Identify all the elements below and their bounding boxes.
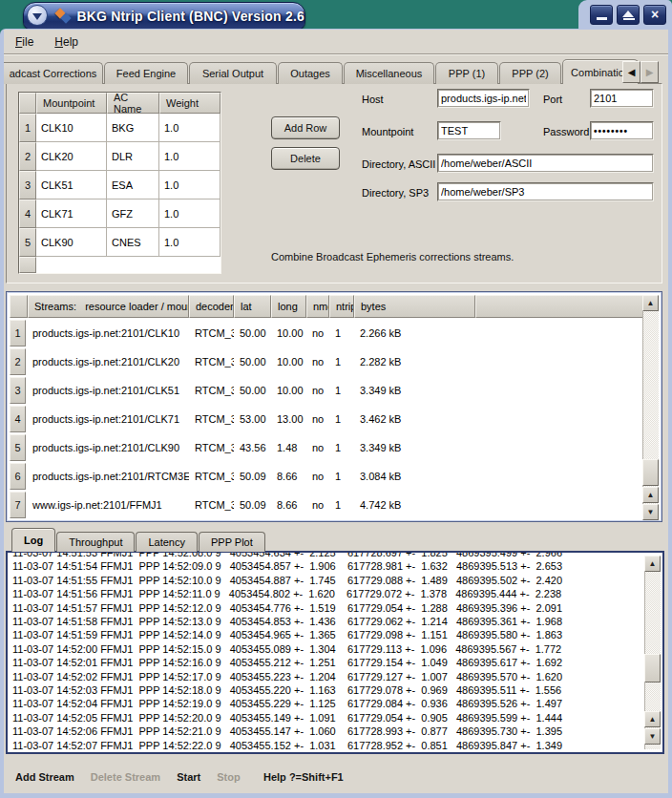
stream-row[interactable]: 3products.igs-ip.net:2101/CLK51RTCM_3.05… <box>10 376 475 405</box>
tab-ppp-1[interactable]: PPP (1) <box>435 62 498 84</box>
log-tab-throughput[interactable]: Throughput <box>56 532 135 552</box>
stream-cell: RTCM_3.0 <box>189 327 234 339</box>
row-number: 5 <box>10 434 26 461</box>
stream-row[interactable]: 1products.igs-ip.net:2101/CLK10RTCM_3.05… <box>10 319 475 347</box>
tab-serial-output[interactable]: Serial Output <box>189 62 277 84</box>
row-number: 1 <box>10 320 26 346</box>
maximize-icon <box>622 10 634 17</box>
scroll-down-icon[interactable]: ▼ <box>644 728 661 745</box>
log-line: 11-03-07 14:52:01 FFMJ1 PPP 14:52:16.0 9… <box>12 656 640 669</box>
password-input[interactable] <box>590 121 654 140</box>
table-cell[interactable]: 1.0 <box>159 114 220 142</box>
scroll-down-icon[interactable]: ▼ <box>642 504 659 520</box>
table-cell[interactable]: CLK90 <box>36 228 107 257</box>
stream-cell: no <box>306 413 329 425</box>
column-header-decoder[interactable]: decoder <box>189 295 234 318</box>
menu-item-help[interactable]: Help <box>54 35 78 49</box>
table-cell[interactable]: CLK71 <box>36 200 107 228</box>
stream-row[interactable]: 7www.igs-ip.net:2101/FFMJ1RTCM_3.050.098… <box>10 491 475 519</box>
stream-cell: RTCM_3.0 <box>189 499 234 511</box>
column-header-lat[interactable]: lat <box>234 295 271 318</box>
window-menu-button[interactable] <box>27 5 48 26</box>
column-header-streams[interactable]: Streams: resource loader / mountpoint <box>28 295 189 318</box>
scroll-up-icon[interactable]: ▲ <box>642 295 659 311</box>
table-cell[interactable]: CLK20 <box>36 142 107 171</box>
log-line: 11-03-07 14:51:53 FFMJ1 PPP 14:52:08.0 9… <box>12 551 640 559</box>
maximize-button[interactable] <box>617 5 640 25</box>
stream-row[interactable]: 2products.igs-ip.net:2101/CLK20RTCM_3.05… <box>10 347 475 376</box>
directory-sp3-label: Directory, SP3 <box>362 187 429 199</box>
stream-cell: products.igs-ip.net:2101/RTCM3EPH <box>27 471 189 482</box>
host-input[interactable] <box>437 89 530 108</box>
tab-feed-engine[interactable]: Feed Engine <box>104 62 188 84</box>
table-cell[interactable]: ESA <box>107 171 159 200</box>
window-body: FileHelp adcast CorrectionsFeed EngineSe… <box>4 30 668 793</box>
column-header-nmea[interactable]: nmea <box>306 295 329 318</box>
scrollbar-thumb[interactable] <box>644 654 661 682</box>
table-cell[interactable]: CLK10 <box>36 114 107 142</box>
stream-cell: 1 <box>329 471 354 482</box>
stream-row[interactable]: 6products.igs-ip.net:2101/RTCM3EPHRTCM_3… <box>10 462 475 491</box>
scroll-up-icon[interactable]: ▲ <box>644 711 661 727</box>
column-header-ac-name[interactable]: AC Name <box>107 93 159 114</box>
table-row-empty <box>19 257 220 273</box>
stream-cell: 3.349 kB <box>354 442 475 453</box>
table-cell[interactable]: CLK51 <box>36 171 107 200</box>
delete-button[interactable]: Delete <box>271 147 340 170</box>
scroll-up-icon[interactable]: ▲ <box>644 556 661 572</box>
stream-cell: 10.00 <box>271 356 306 368</box>
table-cell[interactable]: BKG <box>107 114 159 142</box>
table-cell[interactable]: 1.0 <box>159 228 220 257</box>
combination-table: MountpointAC NameWeight1CLK10BKG1.02CLK2… <box>18 92 221 274</box>
stream-cell: 1 <box>329 442 354 453</box>
window-titlebar[interactable]: BKG Ntrip Client (BNC) Version 2.6 <box>23 2 305 31</box>
log-line: 11-03-07 14:52:04 FFMJ1 PPP 14:52:19.0 9… <box>12 697 640 710</box>
tab-outages[interactable]: Outages <box>278 62 343 84</box>
streams-scrollbar[interactable]: ▲ ▲ ▼ <box>642 295 659 520</box>
table-cell[interactable]: GFZ <box>107 200 159 228</box>
minimize-button[interactable] <box>590 5 613 25</box>
stream-cell: RTCM_3.0 <box>189 385 234 396</box>
tab-scroll-right-icon[interactable]: ▶ <box>640 61 659 83</box>
table-cell[interactable]: 1.0 <box>159 142 220 171</box>
add-row-button[interactable]: Add Row <box>271 116 340 139</box>
stream-row[interactable]: 5products.igs-ip.net:2101/CLK90RTCM_3.04… <box>10 433 475 462</box>
add-stream-button[interactable]: Add Stream <box>15 771 74 783</box>
port-input[interactable] <box>590 89 654 108</box>
table-cell[interactable]: DLR <box>107 142 159 171</box>
column-header-bytes[interactable]: bytes <box>354 295 475 318</box>
log-scrollbar[interactable]: ▲ ▲ ▼ <box>644 556 661 749</box>
log-tab-latency[interactable]: Latency <box>136 532 198 552</box>
mountpoint-input[interactable] <box>437 121 501 140</box>
table-cell[interactable]: 1.0 <box>159 200 220 228</box>
tab-adcast-corrections[interactable]: adcast Corrections <box>4 62 103 84</box>
tab-ppp-2[interactable]: PPP (2) <box>499 62 561 84</box>
column-header-mountpoint[interactable]: Mountpoint <box>36 93 107 114</box>
table-cell[interactable]: CNES <box>107 228 159 257</box>
table-row: 1CLK10BKG1.0 <box>19 114 220 142</box>
log-output: 11-03-07 14:51:53 FFMJ1 PPP 14:52:08.0 9… <box>12 551 640 752</box>
tab-miscellaneous[interactable]: Miscellaneous <box>344 62 434 84</box>
stream-cell: 1 <box>329 327 354 339</box>
log-tab-ppp-plot[interactable]: PPP Plot <box>199 532 265 552</box>
scrollbar-thumb[interactable] <box>642 459 659 486</box>
menu-item-file[interactable]: File <box>15 35 33 49</box>
start-button[interactable]: Start <box>177 771 200 783</box>
stream-cell: 3.084 kB <box>354 471 475 482</box>
column-header-weight[interactable]: Weight <box>159 93 220 114</box>
column-header-ntrip[interactable]: ntrip <box>329 295 354 318</box>
stream-row[interactable]: 4products.igs-ip.net:2101/CLK71RTCM_3.05… <box>10 405 475 433</box>
row-number: 6 <box>10 463 26 490</box>
row-number: 4 <box>19 200 36 228</box>
directory-sp3-input[interactable] <box>437 182 654 201</box>
menu-bar: FileHelp <box>4 30 668 54</box>
corner-cell <box>19 93 36 114</box>
log-tab-log[interactable]: Log <box>11 528 55 552</box>
tab-scroll-left-icon[interactable]: ◀ <box>622 61 640 83</box>
directory-ascii-input[interactable] <box>437 154 654 173</box>
close-button[interactable]: × <box>643 5 666 25</box>
stream-cell: 2.266 kB <box>354 327 475 339</box>
column-header-long[interactable]: long <box>271 295 306 318</box>
table-cell[interactable]: 1.0 <box>159 171 220 200</box>
scroll-up-icon[interactable]: ▲ <box>642 487 659 503</box>
